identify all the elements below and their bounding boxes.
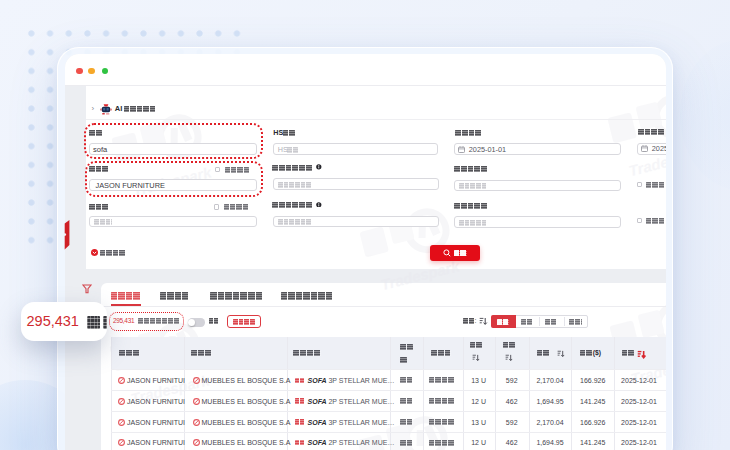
- svg-text:Tradespark: Tradespark: [378, 257, 461, 291]
